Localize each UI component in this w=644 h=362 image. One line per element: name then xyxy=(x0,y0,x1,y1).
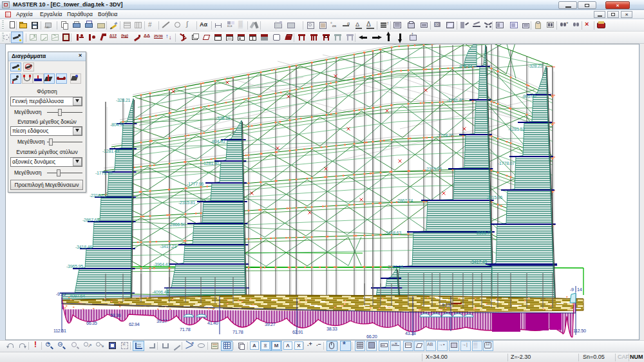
svg-text:-2316.73: -2316.73 xyxy=(90,193,106,198)
svg-text:112.51: 112.51 xyxy=(53,328,66,334)
svg-text:-2315.96: -2315.96 xyxy=(425,166,442,172)
svg-text:-328.23: -328.23 xyxy=(528,63,543,69)
svg-text:-1777.96: -1777.96 xyxy=(187,181,204,187)
svg-text:-2867.61: -2867.61 xyxy=(82,217,99,223)
svg-text:62.94: 62.94 xyxy=(129,321,140,327)
svg-text:71.78: 71.78 xyxy=(180,327,191,332)
svg-text:-804.93: -804.93 xyxy=(211,138,225,144)
svg-text:-328.19: -328.19 xyxy=(216,115,231,121)
svg-text:41.40: 41.40 xyxy=(207,320,218,326)
svg-text:-3966.08: -3966.08 xyxy=(386,264,403,270)
svg-text:-2315.96: -2315.96 xyxy=(486,195,502,200)
svg-text:-3418.63: -3418.63 xyxy=(384,230,401,236)
svg-text:-1778.70: -1778.70 xyxy=(95,170,112,176)
svg-text:38.33: 38.33 xyxy=(327,326,337,332)
svg-text:-328.21: -328.21 xyxy=(116,97,131,103)
svg-text:-3964.41: -3964.41 xyxy=(153,262,170,267)
svg-text:43.38: 43.38 xyxy=(405,330,416,336)
svg-text:-1778.07: -1778.07 xyxy=(498,160,515,166)
svg-text:58.36: 58.36 xyxy=(110,312,121,318)
svg-text:-805.00: -805.00 xyxy=(522,93,536,99)
svg-text:-9.15: -9.15 xyxy=(440,302,450,308)
svg-text:-805.04: -805.04 xyxy=(458,64,473,70)
svg-text:71.78: 71.78 xyxy=(232,329,243,335)
svg-text:-3417.43: -3417.43 xyxy=(470,259,487,265)
svg-text:-1281.40: -1281.40 xyxy=(202,160,219,166)
svg-text:39.27: 39.27 xyxy=(265,321,276,327)
svg-text:39.27: 39.27 xyxy=(156,318,167,324)
svg-text:-3965.95: -3965.95 xyxy=(66,263,83,269)
svg-text:-1281.46: -1281.46 xyxy=(447,97,464,103)
svg-text:66.20: 66.20 xyxy=(366,334,377,339)
svg-text:62.91: 62.91 xyxy=(292,329,303,335)
svg-text:-3418.46: -3418.46 xyxy=(75,244,92,250)
svg-text:-9.15: -9.15 xyxy=(56,291,66,297)
svg-text:-1778.76: -1778.76 xyxy=(437,133,453,138)
svg-text:-4096.44: -4096.44 xyxy=(152,289,169,295)
svg-text:-1281.52: -1281.52 xyxy=(508,126,525,132)
svg-text:112.50: 112.50 xyxy=(573,328,586,334)
svg-text:-804.97: -804.97 xyxy=(110,122,125,128)
svg-text:-3417.23: -3417.23 xyxy=(160,243,176,249)
svg-text:-2315.81: -2315.81 xyxy=(178,200,195,205)
svg-text:-2866.50: -2866.50 xyxy=(169,222,185,227)
svg-text:-1281.43: -1281.43 xyxy=(102,148,119,154)
svg-text:-2867.74: -2867.74 xyxy=(396,198,413,204)
svg-text:-2866.77: -2866.77 xyxy=(475,230,492,236)
svg-text:-4097.64: -4097.64 xyxy=(68,293,85,299)
svg-text:14: 14 xyxy=(577,287,582,292)
svg-text:-9: -9 xyxy=(570,287,574,292)
svg-text:66.35: 66.35 xyxy=(86,320,97,326)
